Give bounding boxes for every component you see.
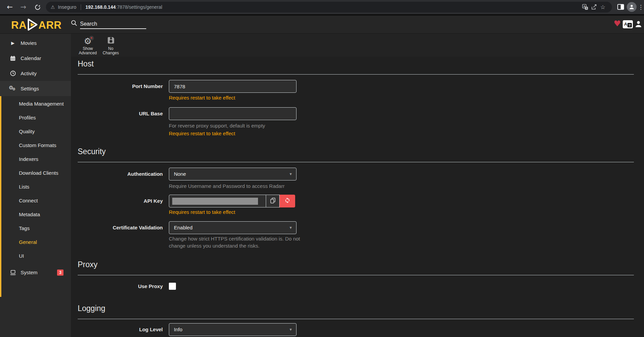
log-level-select[interactable]: Info ▾ — [169, 323, 297, 336]
browser-reload-icon[interactable] — [32, 0, 43, 14]
port-number-label: Port Number — [78, 80, 163, 93]
app-topbar: RA ARR ♥ A — [0, 16, 644, 34]
side-panel-icon[interactable] — [617, 4, 624, 10]
sync-icon — [284, 197, 290, 205]
sidebar-item-download-clients[interactable]: Download Clients — [0, 166, 71, 180]
donate-heart-icon[interactable]: ♥ — [614, 19, 621, 28]
authentication-help: Require Username and Password to access … — [169, 182, 285, 190]
sub-label: Media Management — [19, 101, 64, 107]
use-proxy-label: Use Proxy — [78, 283, 163, 290]
sidebar-item-tags[interactable]: Tags — [0, 221, 71, 235]
sub-label: General — [19, 239, 37, 245]
advanced-gear-icon: ⚙ × — [84, 37, 92, 46]
nav-label: Settings — [21, 86, 39, 91]
search-icon — [71, 20, 77, 28]
sidebar-item-system[interactable]: System 3 — [0, 265, 71, 280]
authentication-label: Authentication — [78, 168, 163, 180]
search-input[interactable] — [80, 20, 146, 29]
sub-label: Quality — [19, 129, 35, 134]
browser-menu-dots-icon[interactable]: ⋮ — [638, 0, 644, 14]
port-restart-warning: Requires restart to take effect — [169, 95, 235, 101]
sidebar-item-quality[interactable]: Quality — [0, 124, 71, 138]
sub-label: Download Clients — [19, 170, 58, 176]
section-divider — [78, 162, 634, 162]
radarr-settings-page: ← → ⚠ Inseguro 192.168.0.144 :7878/setti… — [0, 0, 644, 337]
page-translate-icon[interactable]: A — [623, 20, 633, 28]
bookmark-star-icon[interactable]: ☆ — [598, 3, 607, 11]
nav-label: System — [21, 270, 37, 275]
system-health-badge: 3 — [57, 270, 63, 276]
translate-icon[interactable]: A — [581, 3, 590, 11]
section-divider — [78, 74, 634, 75]
sub-label: Tags — [19, 225, 30, 231]
advanced-x-badge: × — [89, 36, 94, 40]
logo-play-icon — [27, 18, 38, 32]
sidebar-item-movies[interactable]: ▶ Movies — [0, 35, 71, 51]
sidebar-item-metadata[interactable]: Metadata — [0, 207, 71, 221]
laptop-icon — [9, 270, 16, 275]
api-key-restart-warning: Requires restart to take effect — [169, 209, 235, 215]
authentication-select[interactable]: None ▾ — [169, 168, 297, 180]
sub-label: Connect — [19, 198, 38, 203]
authentication-value: None — [174, 171, 186, 177]
sidebar-item-general[interactable]: General — [0, 235, 71, 249]
share-icon[interactable] — [590, 3, 598, 11]
copy-api-key-button[interactable] — [266, 195, 280, 207]
api-key-input[interactable] — [169, 195, 266, 207]
sidebar-item-activity[interactable]: Activity — [0, 66, 71, 81]
radarr-logo[interactable]: RA ARR — [11, 18, 61, 32]
clipboard-icon — [270, 198, 276, 205]
logo-text-left: RA — [11, 19, 27, 32]
url-base-help: For reverse proxy support, default is em… — [169, 122, 265, 129]
url-host: 192.168.0.144 — [85, 4, 116, 10]
nav-label: Activity — [21, 71, 37, 76]
port-number-input[interactable] — [169, 80, 297, 93]
sidebar-item-ui[interactable]: UI — [0, 249, 71, 263]
sidebar-item-custom-formats[interactable]: Custom Formats — [0, 138, 71, 152]
browser-profile-avatar[interactable] — [627, 2, 637, 12]
chevron-down-icon: ▾ — [289, 324, 292, 336]
sub-label: Profiles — [19, 115, 36, 120]
sub-label: UI — [19, 253, 24, 259]
sidebar-item-media-management[interactable]: Media Management — [0, 97, 71, 111]
user-icon[interactable] — [635, 20, 642, 29]
browser-back-icon[interactable]: ← — [5, 0, 15, 14]
address-divider — [81, 4, 81, 10]
regenerate-api-key-button[interactable] — [280, 195, 295, 207]
no-changes-button[interactable]: NoChanges — [100, 35, 122, 55]
sidebar-item-profiles[interactable]: Profiles — [0, 111, 71, 124]
settings-toolbar: ⚙ × ShowAdvanced NoChanges — [71, 34, 644, 57]
api-key-label: API Key — [78, 195, 163, 207]
not-secure-label: Inseguro — [58, 4, 76, 10]
sidebar-item-settings[interactable]: ⚙⚙ Settings — [0, 81, 71, 96]
api-key-redacted-block — [172, 198, 258, 205]
address-bar[interactable]: ⚠ Inseguro 192.168.0.144 :7878/settings/… — [46, 2, 612, 12]
section-divider — [78, 275, 634, 275]
logo-text-right: ARR — [38, 19, 62, 32]
api-key-group — [169, 195, 295, 207]
log-level-value: Info — [174, 327, 182, 332]
sub-label: Indexers — [19, 156, 38, 162]
sub-label: Metadata — [19, 212, 40, 217]
url-base-restart-warning: Requires restart to take effect — [169, 131, 235, 136]
section-divider — [78, 319, 634, 319]
sub-label: Custom Formats — [19, 142, 56, 148]
log-level-label: Log Level — [78, 323, 163, 336]
sidebar-item-connect[interactable]: Connect — [0, 194, 71, 207]
section-title-host: Host — [78, 59, 94, 68]
general-settings-content: Host Port Number Requires restart to tak… — [71, 57, 644, 337]
not-secure-icon: ⚠ — [51, 4, 55, 10]
sidebar-item-lists[interactable]: Lists — [0, 180, 71, 194]
browser-forward-icon[interactable]: → — [18, 0, 28, 14]
sidebar: ▶ Movies Calendar Activity ⚙⚙ Settings M… — [0, 34, 71, 337]
url-base-input[interactable] — [169, 107, 297, 120]
sidebar-item-calendar[interactable]: Calendar — [0, 51, 71, 66]
use-proxy-checkbox[interactable] — [169, 283, 176, 290]
certificate-validation-help: Change how strict HTTPS certification va… — [169, 235, 301, 249]
chevron-down-icon: ▾ — [289, 168, 292, 180]
show-advanced-button[interactable]: ⚙ × ShowAdvanced — [77, 35, 99, 55]
section-title-proxy: Proxy — [78, 260, 98, 269]
certificate-validation-select[interactable]: Enabled ▾ — [169, 221, 297, 234]
certificate-validation-value: Enabled — [174, 225, 192, 230]
sidebar-item-indexers[interactable]: Indexers — [0, 152, 71, 166]
